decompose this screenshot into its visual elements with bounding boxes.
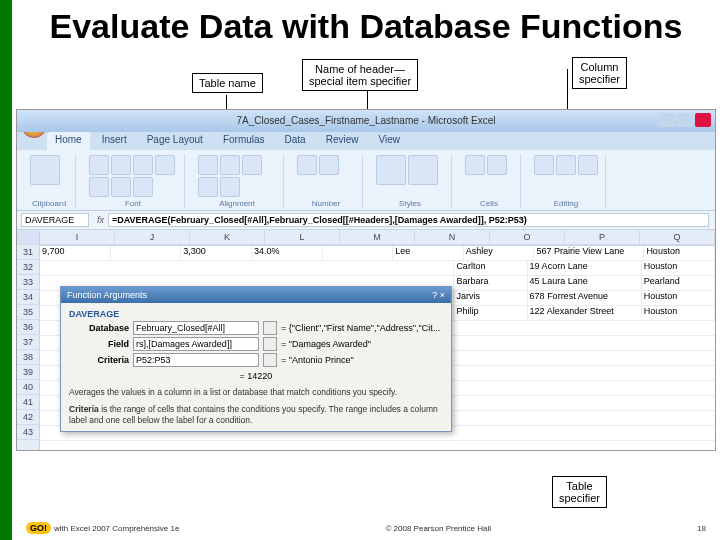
criteria-input[interactable]: P52:P53	[133, 353, 259, 367]
align-button[interactable]	[220, 155, 240, 175]
dialog-fn-name: DAVERAGE	[69, 309, 443, 319]
dialog-help-icon[interactable]: ? ×	[432, 290, 445, 300]
page-number: 18	[697, 524, 706, 533]
dialog-result: = 14220	[240, 371, 273, 381]
grid[interactable]: IJKLMNOPQ 9,7003,30034.0%LeeAshley567 Pr…	[40, 230, 715, 450]
window-title: 7A_Closed_Cases_Firstname_Lastname - Mic…	[237, 115, 496, 126]
worksheet: 31 32 33 34 35 36 37 38 39 40 41 42 43 I…	[17, 230, 715, 450]
tab-home[interactable]: Home	[47, 132, 90, 150]
slide-title: Evaluate Data with Database Functions	[32, 8, 700, 45]
ribbon-group-clipboard: Clipboard	[23, 154, 76, 208]
tab-review[interactable]: Review	[318, 132, 367, 150]
tab-page-layout[interactable]: Page Layout	[139, 132, 211, 150]
fx-icon[interactable]: fx	[93, 215, 108, 225]
cells-button[interactable]	[465, 155, 485, 175]
ribbon-group-editing: Editing	[527, 154, 606, 208]
callout-header-name: Name of header— special item specifier	[302, 59, 418, 91]
callout-table-name: Table name	[192, 73, 263, 93]
font-button[interactable]	[89, 177, 109, 197]
formula-bar: DAVERAGE fx =DAVERAGE(February_Closed[#A…	[17, 211, 715, 230]
footer-copyright: © 2008 Pearson Prentice Hall	[385, 524, 491, 533]
database-input[interactable]: February_Closed[#All]	[133, 321, 259, 335]
window-titlebar: 7A_Closed_Cases_Firstname_Lastname - Mic…	[17, 110, 715, 132]
maximize-button[interactable]	[677, 113, 693, 127]
styles-button[interactable]	[408, 155, 438, 185]
tab-formulas[interactable]: Formulas	[215, 132, 273, 150]
font-button[interactable]	[111, 177, 131, 197]
field-input[interactable]: rs],[Damages Awarded]]	[133, 337, 259, 351]
font-button[interactable]	[133, 177, 153, 197]
callout-table-spec: Table specifier	[552, 476, 607, 508]
ribbon-group-number: Number	[290, 154, 363, 208]
align-button[interactable]	[220, 177, 240, 197]
callout-col-spec: Column specifier	[572, 57, 627, 89]
font-button[interactable]	[111, 155, 131, 175]
font-button[interactable]	[155, 155, 175, 175]
tab-data[interactable]: Data	[277, 132, 314, 150]
align-button[interactable]	[198, 155, 218, 175]
num-button[interactable]	[297, 155, 317, 175]
ref-button[interactable]	[263, 321, 277, 335]
font-button[interactable]	[89, 155, 109, 175]
name-box[interactable]: DAVERAGE	[21, 213, 89, 227]
styles-button[interactable]	[376, 155, 406, 185]
edit-button[interactable]	[534, 155, 554, 175]
align-button[interactable]	[198, 177, 218, 197]
ref-button[interactable]	[263, 353, 277, 367]
paste-button[interactable]	[30, 155, 60, 185]
ribbon-group-cells: Cells	[458, 154, 521, 208]
font-button[interactable]	[133, 155, 153, 175]
edit-button[interactable]	[578, 155, 598, 175]
cells-button[interactable]	[487, 155, 507, 175]
align-button[interactable]	[242, 155, 262, 175]
minimize-button[interactable]	[659, 113, 675, 127]
formula-input[interactable]: =DAVERAGE(February_Closed[#All],February…	[108, 213, 709, 227]
close-button[interactable]	[695, 113, 711, 127]
excel-window: 7A_Closed_Cases_Firstname_Lastname - Mic…	[16, 109, 716, 451]
num-button[interactable]	[319, 155, 339, 175]
tab-view[interactable]: View	[370, 132, 408, 150]
ribbon: Clipboard Font Alignment Number Styles C…	[17, 150, 715, 211]
edit-button[interactable]	[556, 155, 576, 175]
ribbon-group-alignment: Alignment	[191, 154, 284, 208]
go-logo: GO!	[26, 522, 51, 534]
dialog-title: Function Arguments	[67, 290, 147, 300]
ribbon-tabs: Home Insert Page Layout Formulas Data Re…	[17, 132, 715, 150]
dialog-description: Averages the values in a column in a lis…	[69, 387, 443, 398]
tab-insert[interactable]: Insert	[94, 132, 135, 150]
ribbon-group-styles: Styles	[369, 154, 452, 208]
slide-footer: GO!with Excel 2007 Comprehensive 1e © 20…	[26, 522, 706, 534]
function-arguments-dialog: Function Arguments? × DAVERAGE DatabaseF…	[60, 286, 452, 432]
ref-button[interactable]	[263, 337, 277, 351]
callouts: Table name Name of header— special item …	[12, 49, 720, 109]
ribbon-group-font: Font	[82, 154, 185, 208]
row-headers: 31 32 33 34 35 36 37 38 39 40 41 42 43	[17, 230, 40, 450]
